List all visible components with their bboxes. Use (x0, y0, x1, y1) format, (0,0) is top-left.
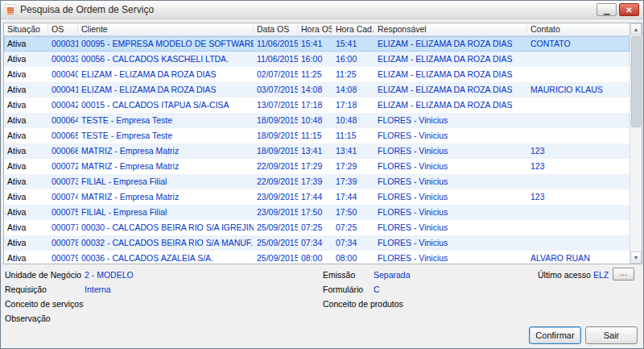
table-row[interactable]: Ativa000066MATRIZ - Empresa Matriz18/09/… (4, 143, 630, 159)
table-cell: 07:34 (298, 235, 332, 251)
table-row[interactable]: Ativa00007900036 - CALCADOS AZALEIA S/A.… (4, 251, 630, 264)
table-cell (527, 52, 630, 67)
column-header[interactable]: Data OS (254, 23, 298, 35)
table-row[interactable]: Ativa000072MATRIZ - Empresa Matriz22/09/… (4, 159, 630, 174)
table-cell: ELIZAM - ELIZAMA DA ROZA DIAS (374, 67, 527, 82)
ultimo-acesso-value: ELZ (593, 270, 609, 280)
unidade-negocio-label: Unidade de Negócio (5, 270, 81, 280)
table-cell: 02/07/2015 (254, 67, 298, 82)
table-cell: 000075 (48, 205, 78, 220)
table-row[interactable]: Ativa00004200015 - CALCADOS ITAPUA S/A-C… (4, 98, 630, 113)
table-cell: Ativa (4, 174, 48, 189)
table-cell: Ativa (4, 67, 48, 82)
table-cell: 000040 (48, 67, 78, 82)
table-cell: FLORES - Vinicius (374, 174, 527, 189)
table-cell: 00056 - CALCADOS KASCHELI LTDA. (78, 52, 254, 67)
sair-button[interactable]: Sair (585, 326, 638, 344)
unidade-negocio-value: 2 - MODELO (85, 270, 134, 280)
table-row[interactable]: Ativa00007700030 - CALCADOS BEIRA RIO S/… (4, 220, 630, 235)
scroll-down-icon[interactable]: ▼ (630, 251, 642, 264)
table-row[interactable]: Ativa000075FILIAL - Empresa Filial23/09/… (4, 205, 630, 220)
confirmar-button[interactable]: Confirmar (529, 326, 581, 344)
table-cell: 25/09/2015 (254, 251, 298, 264)
table-cell: Ativa (4, 159, 48, 174)
table-cell: 00015 - CALCADOS ITAPUA S/A-CISA (78, 98, 254, 113)
table-row[interactable]: Ativa00007800032 - CALCADOS BEIRA RIO S/… (4, 235, 630, 251)
table-row[interactable]: Ativa00003100095 - EMPRESA MODELO DE SOF… (4, 36, 630, 52)
table-cell: 123 (527, 159, 630, 174)
column-header[interactable]: Responsável (374, 23, 527, 35)
column-header[interactable]: Contato (527, 23, 630, 35)
app-icon: ▦ (5, 4, 16, 15)
table-cell: FLORES - Vinicius (374, 235, 527, 251)
ultimo-acesso-ellipsis-button[interactable]: ... (613, 268, 634, 280)
scrollbar-track[interactable] (630, 35, 642, 251)
table-cell: 07:25 (298, 220, 332, 235)
table-cell: 00032 - CALCADOS BEIRA RIO S/A MANUF. TA… (78, 235, 254, 251)
grid-main: SituaçãoOSClienteData OSHora OSHora Cad.… (4, 23, 630, 264)
table-cell: MATRIZ - Empresa Matriz (78, 189, 254, 205)
table-cell: Ativa (4, 251, 48, 264)
column-header[interactable]: Hora Cad. (332, 23, 374, 35)
table-row[interactable]: Ativa000041ELIZAM - ELIZAMA DA ROZA DIAS… (4, 82, 630, 98)
table-cell: MATRIZ - Empresa Matriz (78, 159, 254, 174)
table-cell (527, 113, 630, 128)
table-cell: ELIZAM - ELIZAMA DA ROZA DIAS (78, 67, 254, 82)
table-cell: 11:15 (298, 128, 332, 143)
table-cell: ALVARO RUAN (527, 251, 630, 264)
table-cell (527, 235, 630, 251)
table-cell: FLORES - Vinicius (374, 251, 527, 264)
table-cell: FLORES - Vinicius (374, 128, 527, 143)
table-cell (527, 174, 630, 189)
table-row[interactable]: Ativa000065TESTE - Empresa Teste18/09/20… (4, 128, 630, 143)
table-cell: 17:18 (298, 98, 332, 113)
table-cell: Ativa (4, 98, 48, 113)
table-cell: 000078 (48, 235, 78, 251)
table-cell: 07:34 (332, 235, 374, 251)
table-cell: 16:00 (332, 52, 374, 67)
conceito-servicos-label: Conceito de serviços (5, 299, 83, 309)
formulario-value: C (374, 285, 380, 294)
table-cell: 10:48 (298, 113, 332, 128)
column-header[interactable]: OS (48, 23, 78, 35)
minimize-button[interactable]: ▁ (597, 3, 617, 16)
table-cell: 000032 (48, 52, 78, 67)
table-cell: FILIAL - Empresa Filial (78, 174, 254, 189)
table-row[interactable]: Ativa000040ELIZAM - ELIZAMA DA ROZA DIAS… (4, 67, 630, 82)
table-cell: FLORES - Vinicius (374, 220, 527, 235)
table-cell: 000041 (48, 82, 78, 98)
table-cell: 18/09/2015 (254, 128, 298, 143)
column-header[interactable]: Hora OS (298, 23, 332, 35)
table-cell: 17:50 (332, 205, 374, 220)
table-cell: MAURICIO KLAUS (527, 82, 630, 98)
scrollbar-thumb[interactable] (631, 36, 641, 127)
table-cell: 17:18 (332, 98, 374, 113)
emissao-value: Separada (374, 270, 411, 280)
table-cell: 03/07/2015 (254, 82, 298, 98)
table-cell: 17:50 (298, 205, 332, 220)
table-cell: 14:08 (298, 82, 332, 98)
table-cell: 22/09/2015 (254, 174, 298, 189)
table-cell: 18/09/2015 (254, 113, 298, 128)
close-button[interactable]: ✕ (619, 3, 639, 16)
table-row[interactable]: Ativa000074MATRIZ - Empresa Matriz23/09/… (4, 189, 630, 205)
table-cell: Ativa (4, 113, 48, 128)
table-cell (527, 67, 630, 82)
table-cell: 18/09/2015 (254, 143, 298, 159)
table-cell: 13:41 (298, 143, 332, 159)
table-row[interactable]: Ativa000064TESTE - Empresa Teste18/09/20… (4, 113, 630, 128)
column-header[interactable]: Cliente (78, 23, 254, 35)
table-row[interactable]: Ativa000073FILIAL - Empresa Filial22/09/… (4, 174, 630, 189)
table-cell: 000079 (48, 251, 78, 264)
grid-scrollbar[interactable]: ▲ ▼ (630, 23, 642, 264)
conceito-produtos-label: Conceito de produtos (323, 299, 403, 309)
table-cell: 15:41 (298, 36, 332, 52)
table-cell: ELIZAM - ELIZAMA DA ROZA DIAS (374, 82, 527, 98)
scroll-up-icon[interactable]: ▲ (630, 23, 642, 35)
column-header[interactable]: Situação (4, 23, 48, 35)
table-cell: 23/09/2015 (254, 189, 298, 205)
table-cell: TESTE - Empresa Teste (78, 113, 254, 128)
table-cell: 00095 - EMPRESA MODELO DE SOFTWARE 1 LTD… (78, 36, 254, 52)
titlebar[interactable]: ▦ Pesquisa de Ordem de Serviço ▁ ✕ (1, 1, 643, 19)
table-row[interactable]: Ativa00003200056 - CALCADOS KASCHELI LTD… (4, 52, 630, 67)
